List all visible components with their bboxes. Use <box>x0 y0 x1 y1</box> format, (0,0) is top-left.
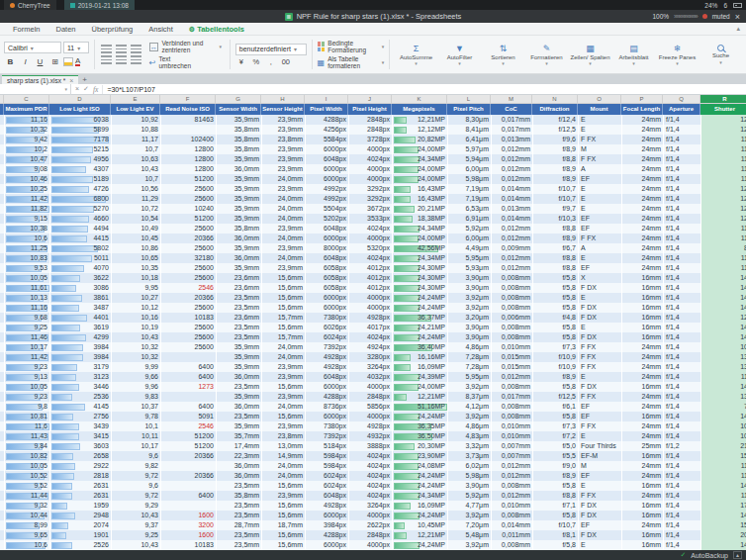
cell-p[interactable]: 24mm <box>622 372 664 382</box>
cell-l[interactable]: 6,02μm <box>448 461 492 471</box>
cell-q[interactable]: f/1,4 <box>664 382 701 392</box>
column-letter-q[interactable]: Q <box>663 95 700 103</box>
cell-o[interactable]: F DX <box>579 530 622 540</box>
cell-c[interactable]: 10,25 <box>5 184 50 194</box>
cell-i[interactable]: 6024px <box>306 471 349 481</box>
cell-h[interactable]: 24,0mm <box>262 352 306 362</box>
cell-i[interactable]: 6000px <box>306 144 349 154</box>
cell-p[interactable]: 16mm <box>622 283 664 293</box>
column-letter-l[interactable]: L <box>447 95 491 103</box>
currency-icon[interactable]: ¥ <box>235 57 247 66</box>
cell-r[interactable]: 20 <box>701 530 746 540</box>
cell-p[interactable]: 16mm <box>622 382 664 392</box>
cell-n[interactable]: f/10,7 <box>533 184 579 194</box>
cell-c[interactable]: 9,42 <box>5 135 50 144</box>
cell-o[interactable]: X <box>579 273 622 283</box>
cell-g[interactable]: 35,8mm <box>217 125 262 135</box>
cell-n[interactable]: f/5,8 <box>533 332 579 342</box>
cell-c[interactable]: 9,23 <box>5 392 50 402</box>
column-letter-m[interactable]: M <box>491 95 532 103</box>
cell-e[interactable]: 9,29 <box>112 501 161 511</box>
cell-m[interactable]: 0,013mm <box>492 204 533 214</box>
cell-f[interactable]: 20366 <box>161 233 217 243</box>
cell-k[interactable]: 20,30MP <box>393 441 448 451</box>
cell-j[interactable]: 2848px <box>349 115 393 125</box>
cell-i[interactable]: 4992px <box>306 194 349 204</box>
cell-o[interactable]: E <box>579 323 622 332</box>
cell-e[interactable]: 10,43 <box>112 511 161 520</box>
cell-j[interactable]: 4024px <box>349 461 393 471</box>
cell-r[interactable]: 11 <box>701 233 746 243</box>
cell-i[interactable]: 6000px <box>306 540 349 550</box>
font-name-select[interactable]: Calibri ▾ <box>4 42 61 53</box>
cell-n[interactable]: f/8,9 <box>533 174 579 184</box>
cell-i[interactable]: 5202px <box>306 214 349 224</box>
cell-o[interactable]: F DX <box>579 511 622 520</box>
cell-n[interactable]: f/8,1 <box>533 530 579 540</box>
cell-d[interactable]: 3619 <box>50 323 112 332</box>
cell-g[interactable]: 35,9mm <box>217 184 262 194</box>
cell-e[interactable]: 9,78 <box>112 412 161 421</box>
cell-c[interactable]: 10,83 <box>5 253 50 263</box>
cell-g[interactable]: 35,8mm <box>217 135 262 144</box>
cell-n[interactable]: f/12,4 <box>533 115 579 125</box>
cell-q[interactable]: f/1,4 <box>664 164 701 174</box>
cell-q[interactable]: f/1,4 <box>664 214 701 224</box>
column-header-c[interactable]: Maximum PDR <box>4 104 49 115</box>
cell-i[interactable]: 5584px <box>306 135 349 144</box>
cell-j[interactable]: 4000px <box>349 412 393 421</box>
name-box[interactable]: ▾ <box>0 84 71 95</box>
cell-j[interactable]: 4017px <box>349 323 393 332</box>
align-right-icon[interactable] <box>131 55 141 64</box>
cell-m[interactable]: 0,008mm <box>492 323 533 332</box>
cell-p[interactable]: 24mm <box>622 431 664 441</box>
cell-q[interactable]: f/1,4 <box>664 253 701 263</box>
close-icon[interactable]: × <box>735 12 740 22</box>
cell-l[interactable]: 3,32μm <box>448 441 492 451</box>
cell-j[interactable]: 3533px <box>349 214 393 224</box>
cell-o[interactable]: EF <box>579 471 622 481</box>
cell-l[interactable]: 3,20μm <box>448 313 492 323</box>
cell-l[interactable]: 3,92μm <box>448 382 492 392</box>
cell-j[interactable]: 4928px <box>349 421 393 431</box>
cell-g[interactable]: 35,9mm <box>217 362 262 372</box>
number-format-select[interactable]: benutzerdefiniert ▾ <box>235 44 307 55</box>
cell-i[interactable]: 6048px <box>306 253 349 263</box>
cell-g[interactable]: 23,5mm <box>217 530 262 540</box>
cell-l[interactable]: 4,49μm <box>448 243 492 253</box>
cell-d[interactable]: 3086 <box>50 283 112 293</box>
cell-k[interactable]: 24,00MP <box>393 233 448 243</box>
column-header-n[interactable]: Diffraction <box>532 104 578 115</box>
cell-n[interactable]: f/10,3 <box>533 214 579 224</box>
cell-n[interactable]: f/5,8 <box>533 303 579 313</box>
cell-m[interactable]: 0,012mm <box>492 461 533 471</box>
cell-m[interactable]: 0,010mm <box>492 501 533 511</box>
cell-o[interactable]: Four Thirds <box>579 441 622 451</box>
cell-k[interactable]: 24,34MP <box>393 224 448 233</box>
cell-m[interactable]: 0,012mm <box>492 471 533 481</box>
cell-p[interactable]: 16mm <box>622 511 664 520</box>
cell-j[interactable]: 4024px <box>349 471 393 481</box>
cell-c[interactable]: 11,16 <box>5 115 50 125</box>
cell-l[interactable]: 6,91μm <box>448 214 492 224</box>
cell-o[interactable]: A <box>579 243 622 253</box>
cell-o[interactable]: E <box>579 194 622 204</box>
cell-p[interactable]: 16mm <box>622 303 664 313</box>
cell-o[interactable]: F FX <box>579 233 622 243</box>
cell-r[interactable]: 15 <box>701 451 746 461</box>
column-header-d[interactable]: Low Light ISO <box>49 104 111 115</box>
cell-l[interactable]: 3,92μm <box>448 303 492 313</box>
cell-j[interactable]: 4024px <box>349 253 393 263</box>
cell-d[interactable]: 3984 <box>50 342 112 352</box>
cell-d[interactable]: 3487 <box>50 303 112 313</box>
cell-h[interactable]: 24,0mm <box>262 471 306 481</box>
cell-o[interactable]: E <box>579 184 622 194</box>
cell-c[interactable]: 9,25 <box>5 323 50 332</box>
cell-e[interactable]: 10,18 <box>112 273 161 283</box>
cell-e[interactable]: 10,1 <box>112 421 161 431</box>
column-header-r[interactable]: Shutter <box>700 104 746 115</box>
cell-g[interactable]: 35,9mm <box>217 243 262 253</box>
cell-h[interactable]: 23,9mm <box>262 421 306 431</box>
cell-h[interactable]: 15,6mm <box>262 382 306 392</box>
cell-j[interactable]: 3292px <box>349 194 393 204</box>
